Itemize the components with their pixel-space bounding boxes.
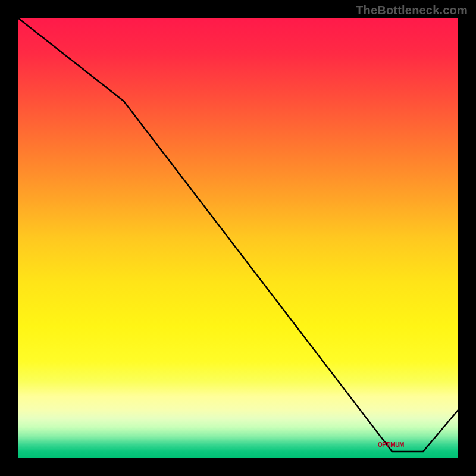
watermark-text: TheBottleneck.com bbox=[356, 4, 468, 17]
line-series-svg bbox=[18, 18, 458, 458]
line-series-path bbox=[18, 18, 458, 452]
annotation-label: OPTIMUM bbox=[378, 441, 404, 448]
chart-container: TheBottleneck.com OPTIMUM bbox=[0, 0, 476, 476]
